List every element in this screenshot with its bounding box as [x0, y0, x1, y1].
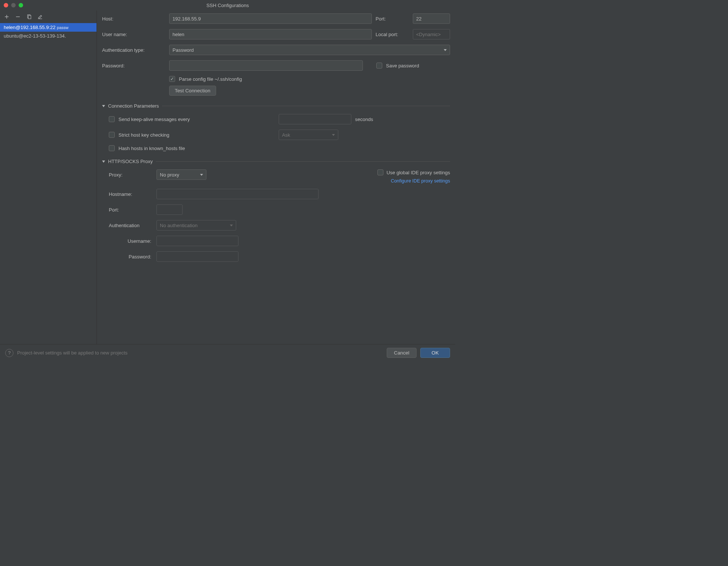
- chevron-down-icon: [200, 174, 203, 176]
- section-proxy[interactable]: HTTP/SOCKS Proxy: [102, 159, 450, 164]
- local-port-input: <Dynamic>: [413, 29, 450, 39]
- proxy-password-label: Password:: [109, 254, 153, 260]
- svg-rect-1: [28, 16, 31, 19]
- keep-alive-input[interactable]: [279, 114, 351, 124]
- hash-hosts-label: Hash hosts in known_hosts file: [118, 146, 185, 151]
- proxy-hostname-input[interactable]: [156, 189, 319, 199]
- strict-host-label: Strict host key checking: [118, 132, 275, 138]
- port-label: Port:: [376, 16, 409, 22]
- footer-hint: Project-level settings will be applied t…: [17, 350, 383, 356]
- proxy-hostname-label: Hostname:: [109, 191, 153, 197]
- config-item[interactable]: helen@192.168.55.9:22 passw: [0, 23, 96, 32]
- hash-hosts-checkbox[interactable]: [109, 145, 115, 151]
- config-item-suffix: passw: [57, 25, 69, 30]
- proxy-username-input[interactable]: [156, 236, 238, 246]
- main-panel: Host: Port: User name: Local port: <Dyna…: [97, 10, 455, 344]
- keep-alive-label: Send keep-alive messages every: [118, 117, 275, 122]
- strict-host-checkbox[interactable]: [109, 132, 115, 138]
- local-port-label: Local port:: [376, 32, 409, 37]
- parse-config-label: Parse config file ~/.ssh/config: [179, 76, 242, 82]
- titlebar: SSH Configurations: [0, 0, 455, 10]
- proxy-auth-label: Authentication: [109, 223, 153, 228]
- remove-icon[interactable]: [15, 14, 21, 20]
- save-password-label: Save password: [386, 63, 419, 69]
- host-input[interactable]: [169, 13, 372, 24]
- close-icon[interactable]: [4, 3, 8, 7]
- username-input[interactable]: [169, 29, 372, 39]
- seconds-label: seconds: [355, 117, 373, 122]
- cancel-button[interactable]: Cancel: [387, 348, 417, 358]
- parse-config-checkbox[interactable]: [169, 76, 175, 82]
- proxy-port-input[interactable]: [156, 204, 183, 215]
- proxy-port-label: Port:: [109, 207, 153, 213]
- chevron-down-icon: [332, 134, 335, 136]
- port-input[interactable]: [413, 13, 450, 24]
- proxy-password-input[interactable]: [156, 251, 238, 262]
- auth-type-label: Authentication type:: [102, 47, 165, 53]
- use-global-proxy-checkbox[interactable]: [377, 169, 383, 175]
- window-title: SSH Configurations: [206, 3, 249, 8]
- sidebar-toolbar: [0, 10, 96, 23]
- strict-host-select[interactable]: Ask: [279, 130, 338, 140]
- save-password-checkbox[interactable]: [376, 63, 382, 69]
- proxy-label: Proxy:: [109, 172, 153, 178]
- chevron-down-icon: [102, 105, 105, 107]
- keep-alive-checkbox[interactable]: [109, 116, 115, 122]
- password-input[interactable]: [169, 60, 363, 71]
- proxy-select[interactable]: No proxy: [156, 169, 206, 180]
- config-item[interactable]: ubuntu@ec2-13-53-139-134.: [0, 32, 96, 40]
- host-label: Host:: [102, 16, 165, 22]
- maximize-icon[interactable]: [19, 3, 23, 7]
- copy-icon[interactable]: [26, 14, 32, 20]
- minimize-icon[interactable]: [11, 3, 16, 7]
- chevron-down-icon: [102, 160, 105, 163]
- auth-type-select[interactable]: Password: [169, 45, 450, 55]
- edit-icon[interactable]: [37, 14, 43, 20]
- add-icon[interactable]: [4, 14, 10, 20]
- help-icon[interactable]: ?: [5, 349, 13, 357]
- ok-button[interactable]: OK: [420, 348, 450, 358]
- window-controls: [4, 3, 23, 7]
- test-connection-button[interactable]: Test Connection: [169, 86, 216, 96]
- section-connection-params[interactable]: Connection Parameters: [102, 103, 450, 109]
- proxy-auth-select[interactable]: No authentication: [156, 220, 236, 230]
- use-global-proxy-label: Use global IDE proxy settings: [386, 170, 450, 175]
- proxy-username-label: Username:: [109, 238, 153, 244]
- config-item-label: helen@192.168.55.9:22: [4, 25, 56, 30]
- chevron-down-icon: [444, 49, 447, 51]
- password-label: Password:: [102, 63, 165, 69]
- config-item-label: ubuntu@ec2-13-53-139-134.: [4, 33, 66, 39]
- username-label: User name:: [102, 32, 165, 37]
- config-list: helen@192.168.55.9:22 passw ubuntu@ec2-1…: [0, 23, 96, 344]
- sidebar: helen@192.168.55.9:22 passw ubuntu@ec2-1…: [0, 10, 97, 344]
- footer: ? Project-level settings will be applied…: [0, 344, 455, 361]
- configure-proxy-link[interactable]: Configure IDE proxy settings: [377, 178, 450, 184]
- chevron-down-icon: [230, 225, 233, 226]
